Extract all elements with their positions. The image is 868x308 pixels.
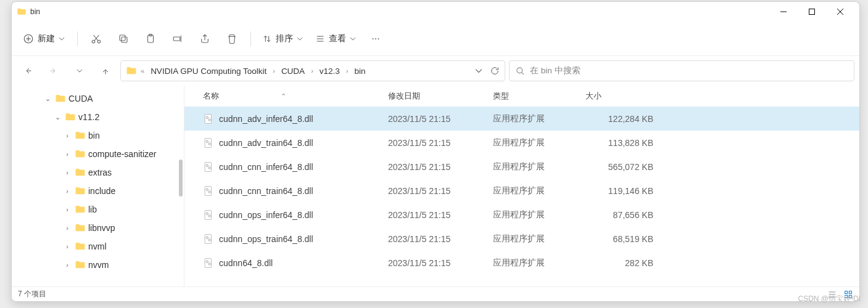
chevron-right-icon[interactable]: › [62,132,72,139]
chevron-right-icon[interactable]: › [62,261,72,269]
file-date: 2023/11/5 21:15 [388,114,493,124]
tree-item-nvml[interactable]: ›nvml [12,237,184,256]
file-row[interactable]: cudnn_ops_infer64_8.dll 2023/11/5 21:15 … [184,203,859,227]
file-date: 2023/11/5 21:15 [388,210,493,220]
paste-button[interactable] [138,26,163,51]
up-button[interactable] [94,60,117,82]
tree-item-nvvm[interactable]: ›nvvm [12,256,184,274]
file-size: 565,072 KB [585,162,653,172]
col-type[interactable]: 类型 [493,91,585,102]
file-type: 应用程序扩展 [493,113,585,124]
file-name-cell: cudnn_adv_infer64_8.dll [203,113,388,124]
file-row[interactable]: cudnn64_8.dll 2023/11/5 21:15 应用程序扩展 282… [184,251,859,275]
chevron-right-icon[interactable]: › [62,150,72,158]
chevron-right-icon[interactable]: › [62,243,72,250]
breadcrumb-item[interactable]: NVIDIA GPU Computing Toolkit [148,65,269,77]
file-name-cell: cudnn64_8.dll [203,257,388,269]
chevron-right-icon[interactable]: › [62,224,72,232]
svg-rect-43 [205,258,212,267]
chevron-down-icon [350,36,356,42]
file-row[interactable]: cudnn_adv_train64_8.dll 2023/11/5 21:15 … [184,131,859,155]
chevron-down-icon[interactable] [475,67,482,75]
file-rows: cudnn_adv_infer64_8.dll 2023/11/5 21:15 … [184,107,859,286]
svg-line-24 [521,72,524,75]
cut-button[interactable] [84,26,109,51]
folder-icon [126,65,137,76]
file-date: 2023/11/5 21:15 [388,258,493,268]
chevron-down-icon[interactable]: ⌄ [43,95,52,103]
file-name: cudnn64_8.dll [219,258,273,268]
file-row[interactable]: cudnn_cnn_infer64_8.dll 2023/11/5 21:15 … [184,155,859,179]
tree-item-extras[interactable]: ›extras [12,163,184,182]
file-row[interactable]: cudnn_cnn_train64_8.dll 2023/11/5 21:15 … [184,179,859,203]
tree-item-lib[interactable]: ›lib [12,200,184,219]
new-button[interactable]: 新建 [17,30,71,48]
tree-item-bin[interactable]: ›bin [12,126,184,145]
minimize-button[interactable] [769,2,798,22]
dll-file-icon [203,161,214,172]
chevron-right-icon[interactable]: › [62,187,72,195]
folder-icon [75,148,86,160]
body: ⌄CUDA ⌄v11.2 ›bin ›compute-sanitizer ›ex… [12,86,859,286]
chevron-right-icon: › [345,67,350,75]
maximize-button[interactable] [798,2,826,22]
svg-rect-28 [205,138,212,147]
item-count: 7 个项目 [18,289,46,299]
tree-item-libnvvp[interactable]: ›libnvvp [12,219,184,237]
file-row[interactable]: cudnn_adv_infer64_8.dll 2023/11/5 21:15 … [184,107,859,131]
col-size[interactable]: 大小 [585,91,653,102]
sort-button[interactable]: 排序 [257,30,308,48]
file-date: 2023/11/5 21:15 [388,234,493,244]
copy-button[interactable] [111,26,136,51]
search-icon [516,67,525,76]
chevron-down-icon[interactable]: ⌄ [52,113,62,121]
breadcrumb-item[interactable]: bin [352,65,368,77]
explorer-window: bin 新建 排序 查看 ··· [11,1,860,302]
tree-item-v112[interactable]: ⌄v11.2 [12,108,184,126]
file-date: 2023/11/5 21:15 [388,186,493,196]
file-size: 282 KB [585,258,653,268]
file-row[interactable]: cudnn_ops_train64_8.dll 2023/11/5 21:15 … [184,227,859,251]
svg-rect-11 [122,37,127,43]
separator [250,31,251,46]
search-box[interactable]: 在 bin 中搜索 [509,60,854,81]
close-button[interactable] [826,2,854,22]
col-date[interactable]: 修改日期 [388,91,493,102]
tree-item-include[interactable]: ›include [12,182,184,200]
search-placeholder: 在 bin 中搜索 [530,65,581,76]
back-button[interactable] [17,60,39,82]
file-name-cell: cudnn_adv_train64_8.dll [203,137,388,148]
breadcrumb-item[interactable]: v12.3 [317,65,342,77]
window-controls [769,2,854,22]
tree-item-compute-sanitizer[interactable]: ›compute-sanitizer [12,145,184,163]
file-name: cudnn_cnn_infer64_8.dll [219,162,313,172]
titlebar[interactable]: bin [12,2,859,22]
folder-icon [75,241,86,252]
address-bar[interactable]: « NVIDIA GPU Computing Toolkit › CUDA › … [120,60,505,81]
dll-file-icon [203,257,214,269]
file-type: 应用程序扩展 [493,257,585,269]
dll-file-icon [203,209,214,221]
svg-rect-50 [849,291,851,293]
col-name[interactable]: 名称⌃ [203,91,388,102]
view-button[interactable]: 查看 [310,30,361,48]
scrollbar-thumb[interactable] [179,160,183,197]
refresh-icon[interactable] [490,66,500,76]
breadcrumb-item[interactable]: CUDA [279,65,307,77]
chevron-down-icon [59,36,65,42]
file-size: 122,284 KB [585,114,653,124]
more-button[interactable]: ··· [363,26,388,51]
svg-line-10 [94,35,99,41]
plus-circle-icon [23,33,34,44]
file-name: cudnn_ops_train64_8.dll [219,234,313,244]
share-button[interactable] [192,26,217,51]
file-name: cudnn_ops_infer64_8.dll [219,210,313,220]
svg-rect-49 [845,291,848,293]
forward-button[interactable] [43,60,65,82]
chevron-right-icon[interactable]: › [62,206,72,213]
chevron-right-icon[interactable]: › [62,169,72,176]
tree-item-cuda[interactable]: ⌄CUDA [12,89,184,108]
recent-button[interactable] [68,60,91,82]
rename-button[interactable] [165,26,190,51]
delete-button[interactable] [220,26,244,51]
